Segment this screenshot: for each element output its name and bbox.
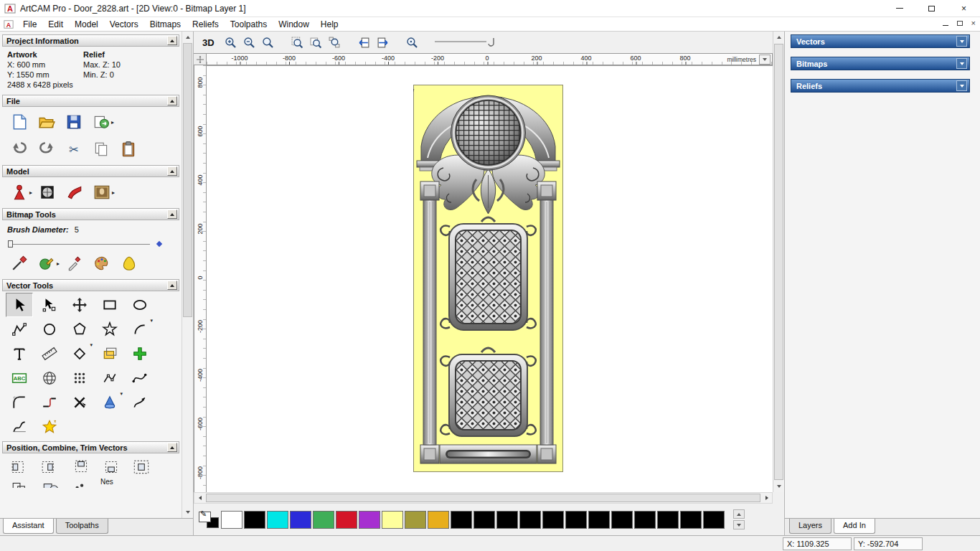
scroll-down-button[interactable]: [773, 481, 784, 492]
scrollbar-thumb[interactable]: [774, 44, 783, 480]
view-3d-button[interactable]: 3D: [201, 36, 220, 50]
fit-curve-icon[interactable]: [126, 366, 154, 390]
scroll-down-button[interactable]: [182, 507, 193, 518]
open-model-icon[interactable]: [33, 110, 60, 134]
magic-wand-icon[interactable]: [36, 415, 63, 439]
palette-swatch[interactable]: [359, 511, 380, 529]
ruler-units-dropdown[interactable]: [759, 55, 771, 65]
palette-swatch[interactable]: [634, 511, 656, 529]
menu-bitmaps[interactable]: Bitmaps: [144, 18, 187, 31]
greyscale-view-icon[interactable]: [34, 180, 61, 204]
create-rectangle-icon[interactable]: [96, 293, 123, 317]
spin-relief-icon[interactable]: ▾: [96, 390, 123, 415]
scroll-left-button[interactable]: [194, 493, 205, 503]
menu-reliefs[interactable]: Reliefs: [187, 18, 225, 31]
child-minimize-button[interactable]: [943, 19, 948, 27]
fillet-vectors-icon[interactable]: [6, 390, 33, 415]
drawing-canvas[interactable]: [207, 65, 773, 492]
create-ellipse-icon[interactable]: [126, 293, 154, 317]
save-model-icon[interactable]: [60, 110, 88, 134]
create-star-icon[interactable]: [96, 317, 123, 342]
zoom-fit-drawing-icon[interactable]: [308, 34, 324, 51]
pick-colour-icon[interactable]: [61, 251, 88, 276]
menu-toolpaths[interactable]: Toolpaths: [225, 18, 273, 31]
zoom-scale-icon[interactable]: [260, 34, 276, 51]
cross-section-icon[interactable]: [6, 415, 33, 439]
palette-swatch[interactable]: [565, 511, 587, 529]
palette-swatch[interactable]: [290, 511, 311, 529]
align-left-icon[interactable]: [6, 456, 36, 478]
collapse-button[interactable]: [167, 281, 177, 290]
create-polygon-icon[interactable]: [66, 317, 93, 342]
previous-bitmap-layer-icon[interactable]: [356, 34, 372, 51]
tab-layers[interactable]: Layers: [789, 519, 831, 534]
shading-setup-icon[interactable]: [61, 180, 88, 204]
paint-colour-indicator[interactable]: ✎: [198, 511, 220, 529]
collapse-button[interactable]: [167, 96, 177, 105]
dropdown-arrow-icon[interactable]: ▾: [120, 391, 123, 397]
zoom-out-icon[interactable]: [241, 34, 258, 51]
zoom-previous-icon[interactable]: [404, 34, 420, 51]
scroll-up-button[interactable]: [182, 32, 193, 43]
dropdown-arrow-icon[interactable]: ▾: [90, 342, 93, 348]
palette-scroll-down-button[interactable]: [733, 520, 745, 529]
palette-swatch[interactable]: [519, 511, 541, 529]
bitmaps-section-bar[interactable]: Bitmaps: [791, 57, 970, 70]
document-icon[interactable]: A: [3, 19, 14, 29]
copy-icon[interactable]: [88, 137, 115, 161]
menu-help[interactable]: Help: [315, 18, 344, 31]
restore-button[interactable]: [915, 0, 948, 17]
palette-swatch[interactable]: [405, 511, 426, 529]
child-close-button[interactable]: ×: [971, 19, 976, 27]
palette-swatch[interactable]: [313, 511, 334, 529]
create-text-icon[interactable]: [6, 342, 33, 366]
vectors-section-bar[interactable]: Vectors: [791, 34, 970, 48]
child-restore-button[interactable]: [957, 19, 963, 27]
collapse-button[interactable]: [167, 36, 177, 45]
palette-swatch[interactable]: [657, 511, 679, 529]
menu-edit[interactable]: Edit: [42, 18, 69, 31]
palette-swatch[interactable]: [382, 511, 403, 529]
horizontal-scrollbar[interactable]: [194, 492, 773, 504]
pan-view-icon[interactable]: [66, 293, 93, 317]
palette-swatch[interactable]: [428, 511, 449, 529]
text-on-curve-icon[interactable]: ABC: [6, 366, 33, 390]
collapse-button[interactable]: [167, 443, 177, 452]
palette-swatch[interactable]: [680, 511, 702, 529]
nesting-icon[interactable]: Nes: [100, 478, 113, 486]
palette-swatch[interactable]: [244, 511, 265, 529]
scroll-up-button[interactable]: [773, 32, 784, 43]
scrollbar-thumb[interactable]: [206, 494, 760, 502]
vectors-dropdown-button[interactable]: [956, 36, 967, 47]
transform-vectors-icon[interactable]: [36, 293, 63, 317]
bitmaps-dropdown-button[interactable]: [956, 58, 967, 69]
palette-swatch[interactable]: [451, 511, 472, 529]
palette-scroll-up-button[interactable]: [733, 509, 745, 519]
palette-swatch[interactable]: [542, 511, 564, 529]
palette-swatch[interactable]: [336, 511, 357, 529]
zoom-fit-page-icon[interactable]: [289, 34, 306, 51]
align-bottom-icon[interactable]: [96, 456, 126, 478]
cut-icon[interactable]: ✂: [60, 137, 88, 161]
menu-window[interactable]: Window: [273, 18, 315, 31]
menu-file[interactable]: File: [17, 18, 42, 31]
palette-swatch[interactable]: [473, 511, 495, 529]
palette-swatch[interactable]: [267, 511, 288, 529]
join-vectors-icon[interactable]: [36, 390, 63, 415]
zoom-objects-icon[interactable]: [326, 34, 343, 51]
undo-icon[interactable]: [6, 137, 33, 161]
create-polyline-icon[interactable]: [6, 317, 33, 342]
load-picture-icon[interactable]: [88, 180, 116, 204]
palette-swatch[interactable]: [588, 511, 610, 529]
scroll-right-button[interactable]: [761, 493, 772, 503]
menu-vectors[interactable]: Vectors: [104, 18, 144, 31]
group-vectors-icon[interactable]: [6, 478, 36, 488]
redo-icon[interactable]: [33, 137, 60, 161]
close-button[interactable]: ×: [948, 0, 980, 17]
colour-palette-icon[interactable]: [88, 251, 116, 276]
align-top-icon[interactable]: [66, 456, 96, 478]
brush-diameter-slider[interactable]: [7, 239, 174, 249]
create-circle-icon[interactable]: [36, 317, 63, 342]
tab-toolpaths[interactable]: Toolpaths: [56, 519, 108, 534]
import-model-icon[interactable]: [88, 110, 115, 134]
